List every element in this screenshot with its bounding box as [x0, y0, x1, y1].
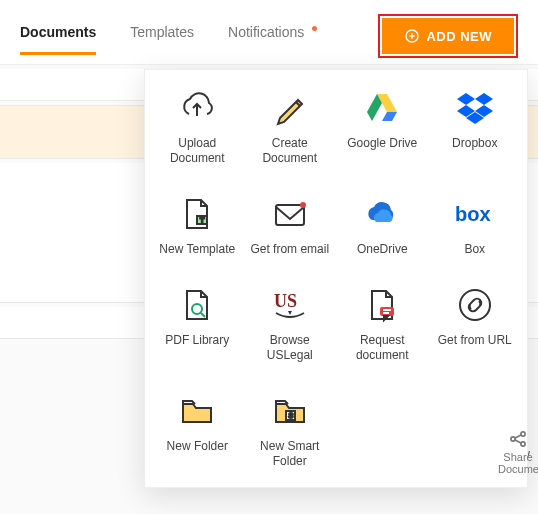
share-document-button[interactable]: Share Document — [498, 429, 538, 475]
template-icon: T — [177, 194, 217, 234]
menu-item-label: Box — [464, 242, 485, 257]
tab-notifications[interactable]: Notifications — [228, 24, 317, 54]
svg-text:US: US — [274, 291, 297, 311]
document-search-icon — [177, 285, 217, 325]
menu-dropbox[interactable]: Dropbox — [431, 88, 520, 166]
email-icon — [270, 194, 310, 234]
menu-item-label: New Folder — [167, 439, 228, 454]
body-area: OW Upload Document Create Documen — [0, 69, 538, 514]
dropbox-icon — [455, 88, 495, 128]
smart-folder-icon: S — [270, 391, 310, 431]
pencil-icon — [270, 88, 310, 128]
menu-create-document[interactable]: Create Document — [246, 88, 335, 166]
svg-point-18 — [192, 304, 202, 314]
menu-browse-uslegal[interactable]: US Browse USLegal — [246, 285, 335, 363]
tab-templates[interactable]: Templates — [130, 24, 194, 54]
menu-item-label: Dropbox — [452, 136, 497, 151]
box-icon: box — [455, 194, 495, 234]
menu-item-label: Google Drive — [347, 136, 417, 151]
menu-new-folder[interactable]: New Folder — [153, 391, 242, 469]
tabs: Documents Templates Notifications — [20, 24, 370, 54]
svg-rect-15 — [276, 205, 304, 225]
menu-item-label: Upload Document — [157, 136, 237, 166]
add-new-button[interactable]: ADD NEW — [382, 18, 514, 54]
header-tabs-bar: Documents Templates Notifications ADD NE… — [0, 0, 538, 65]
svg-text:box: box — [455, 203, 491, 225]
svg-marker-9 — [475, 93, 493, 105]
add-new-label: ADD NEW — [426, 29, 492, 44]
svg-marker-6 — [382, 112, 397, 121]
menu-new-template[interactable]: T New Template — [153, 194, 242, 257]
svg-line-32 — [515, 435, 522, 438]
google-drive-icon — [362, 88, 402, 128]
share-icon — [508, 429, 528, 449]
svg-marker-8 — [457, 93, 475, 105]
link-icon — [455, 285, 495, 325]
svg-line-33 — [515, 440, 522, 443]
menu-item-label: New Template — [159, 242, 235, 257]
menu-box[interactable]: box Box — [431, 194, 520, 257]
plus-circle-icon — [404, 28, 420, 44]
svg-text:S: S — [288, 412, 293, 419]
menu-google-drive[interactable]: Google Drive — [338, 88, 427, 166]
menu-get-from-email[interactable]: Get from email — [246, 194, 335, 257]
svg-rect-22 — [380, 307, 394, 316]
right-rail: Share Document — [498, 259, 538, 514]
add-new-highlight: ADD NEW — [378, 14, 518, 58]
menu-item-label: Browse USLegal — [250, 333, 330, 363]
tab-documents[interactable]: Documents — [20, 24, 96, 54]
menu-item-label: Request document — [342, 333, 422, 363]
menu-item-label: Get from email — [250, 242, 329, 257]
menu-onedrive[interactable]: OneDrive — [338, 194, 427, 257]
menu-upload-document[interactable]: Upload Document — [153, 88, 242, 166]
menu-item-label: PDF Library — [165, 333, 229, 348]
document-chat-icon — [362, 285, 402, 325]
uslegal-icon: US — [270, 285, 310, 325]
tab-notifications-label: Notifications — [228, 24, 304, 40]
folder-icon — [177, 391, 217, 431]
cloud-upload-icon — [177, 88, 217, 128]
svg-text:T: T — [200, 217, 205, 224]
onedrive-icon — [362, 194, 402, 234]
menu-item-label: Create Document — [250, 136, 330, 166]
add-new-dropdown: Upload Document Create Document — [144, 69, 528, 488]
svg-marker-21 — [288, 311, 292, 315]
add-new-grid: Upload Document Create Document — [153, 88, 519, 469]
notification-dot-icon — [312, 26, 317, 31]
svg-point-26 — [460, 290, 490, 320]
menu-item-label: OneDrive — [357, 242, 408, 257]
share-label: Share Document — [498, 451, 538, 475]
menu-new-smart-folder[interactable]: S New Smart Folder — [246, 391, 335, 469]
svg-point-16 — [300, 202, 306, 208]
menu-item-label: New Smart Folder — [250, 439, 330, 469]
svg-line-19 — [201, 313, 205, 317]
menu-pdf-library[interactable]: PDF Library — [153, 285, 242, 363]
menu-request-document[interactable]: Request document — [338, 285, 427, 363]
